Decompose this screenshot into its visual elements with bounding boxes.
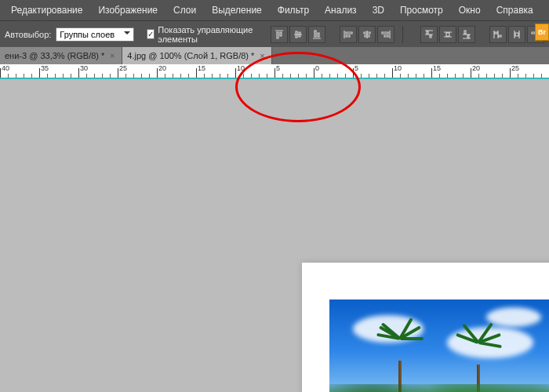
auto-select-dropdown[interactable]: Группы слоев — [56, 27, 134, 42]
menu-image[interactable]: Изображение — [90, 2, 165, 19]
align-group-2 — [340, 26, 394, 43]
close-icon[interactable]: × — [257, 51, 267, 60]
menu-window[interactable]: Окно — [451, 2, 489, 19]
ruler-label: 25 — [119, 64, 127, 72]
ruler-label: 15 — [198, 64, 205, 72]
tab-label: 4.jpg @ 100% (Слой 1, RGB/8) * — [127, 51, 254, 60]
distribute-vcenter-icon[interactable] — [439, 26, 456, 43]
ruler-label: 35 — [41, 64, 49, 72]
ruler-label: 15 — [433, 64, 441, 72]
ruler-label: 25 — [511, 64, 519, 72]
show-controls-checkbox[interactable]: ✓ — [147, 29, 155, 39]
bridge-button[interactable]: Br — [535, 24, 549, 41]
canvas-area[interactable] — [0, 78, 549, 392]
align-bottom-icon[interactable] — [308, 26, 325, 43]
cloud — [486, 307, 541, 327]
menu-3d[interactable]: 3D — [365, 2, 392, 19]
main-menubar: Редактирование Изображение Слои Выделени… — [0, 0, 549, 20]
ruler-label: 30 — [80, 64, 88, 72]
menu-edit[interactable]: Редактирование — [3, 2, 90, 19]
foliage — [329, 384, 549, 392]
ruler-label: 40 — [2, 64, 9, 72]
menu-filter[interactable]: Фильтр — [270, 2, 317, 19]
ruler-label: 10 — [394, 64, 402, 72]
align-hcenter-icon[interactable] — [358, 26, 376, 43]
photo-layer[interactable] — [329, 299, 549, 392]
align-top-icon[interactable] — [271, 26, 288, 43]
distribute-bottom-icon[interactable] — [458, 26, 475, 43]
options-bar: Автовыбор: Группы слоев ✓ Показать управ… — [0, 20, 549, 47]
align-left-icon[interactable] — [340, 26, 357, 43]
ruler-label: 5 — [276, 64, 280, 72]
align-right-icon[interactable] — [377, 26, 394, 43]
ruler-label: 0 — [315, 64, 319, 72]
ruler-label: 10 — [237, 64, 245, 72]
distribute-left-icon[interactable] — [489, 26, 507, 43]
menu-help[interactable]: Справка — [489, 2, 541, 19]
show-controls-label: Показать управляющие элементы — [158, 25, 256, 44]
show-controls-checkbox-wrap[interactable]: ✓ Показать управляющие элементы — [147, 25, 256, 44]
distribute-top-icon[interactable] — [420, 26, 438, 43]
menu-analysis[interactable]: Анализ — [317, 2, 365, 19]
tab-label: ени-3 @ 33,3% (RGB/8) * — [5, 51, 104, 60]
menu-layers[interactable]: Слои — [165, 2, 204, 19]
horizontal-guide[interactable] — [0, 78, 549, 79]
distribute-hcenter-icon[interactable] — [508, 26, 525, 43]
distribute-group-1 — [420, 26, 475, 43]
align-vcenter-icon[interactable] — [289, 26, 307, 43]
align-group-1 — [271, 26, 325, 43]
ruler-label: 20 — [472, 64, 480, 72]
horizontal-ruler[interactable]: 403530252015105051015202530 — [0, 64, 549, 78]
close-icon[interactable]: × — [107, 51, 117, 60]
ruler-label: 5 — [354, 64, 358, 72]
auto-select-label: Автовыбор: — [5, 30, 51, 39]
options-divider — [402, 26, 403, 43]
document-tab-1[interactable]: ени-3 @ 33,3% (RGB/8) * × — [0, 47, 122, 64]
ruler-label: 20 — [158, 64, 166, 72]
document-tab-2[interactable]: 4.jpg @ 100% (Слой 1, RGB/8) * × — [122, 47, 272, 64]
document-tabbar: ени-3 @ 33,3% (RGB/8) * × 4.jpg @ 100% (… — [0, 47, 549, 64]
menu-select[interactable]: Выделение — [204, 2, 270, 19]
menu-view[interactable]: Просмотр — [392, 2, 451, 19]
